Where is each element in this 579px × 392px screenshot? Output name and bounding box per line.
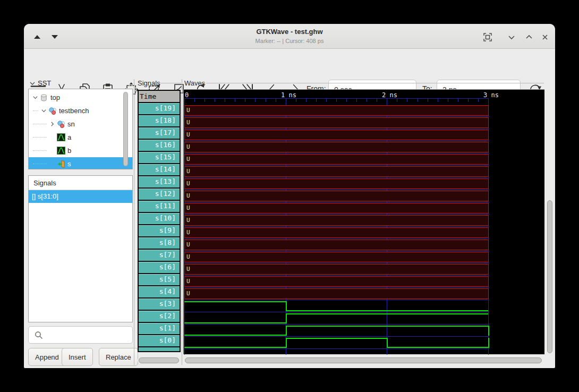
signal-name-s[12][interactable]: s[12] — [139, 189, 180, 201]
wave-row-s[8][interactable]: U — [184, 240, 489, 250]
waves-hscroll-track[interactable] — [183, 357, 544, 364]
wave-row-s[13][interactable]: U — [184, 178, 489, 189]
wave-level-s[1][interactable] — [286, 326, 488, 327]
wave-row-s[17][interactable]: U — [184, 130, 489, 140]
wave-edge-s[1] — [286, 326, 287, 336]
tree-item-s[interactable]: s — [29, 157, 132, 169]
sst-tree-scrollbar[interactable] — [123, 92, 128, 166]
wave-level-s[1][interactable] — [184, 335, 286, 336]
timeline-label-2ns: 2 ns — [382, 91, 397, 99]
timeline-tick — [296, 98, 296, 102]
waves-vscroll-thumb[interactable] — [547, 200, 552, 353]
wave-row-s[11][interactable]: U — [184, 203, 489, 214]
signal-name-s[9][interactable]: s[9] — [139, 225, 180, 237]
timeline-tick — [336, 98, 337, 102]
wave-row-s[16][interactable]: U — [184, 142, 489, 152]
wave-row-s[14][interactable]: U — [184, 166, 489, 177]
signal-name-s[17][interactable]: s[17] — [139, 127, 180, 140]
signal-name-s[4][interactable]: s[4] — [139, 286, 180, 299]
wave-row-s[18][interactable]: U — [184, 117, 489, 128]
signal-name-s[3][interactable]: s[3] — [139, 299, 180, 311]
timeline-label-3ns: 3 ns — [483, 91, 499, 99]
signal-name-s[2][interactable]: s[2] — [139, 311, 180, 323]
tree-item-a[interactable]: a — [29, 131, 132, 144]
wave-edge-s[0] — [488, 338, 489, 348]
tree-item-b[interactable]: b — [29, 144, 132, 157]
signal-name-s[15][interactable]: s[15] — [139, 152, 180, 164]
wave-level-s[3][interactable] — [286, 310, 488, 311]
timeline-tick — [356, 98, 357, 102]
expander-open-icon[interactable] — [40, 107, 48, 115]
names-frame-line — [160, 83, 181, 83]
signal-name-s[14][interactable]: s[14] — [139, 164, 180, 176]
wave-row-s[10][interactable]: U — [184, 215, 489, 226]
wave-level-s[2][interactable] — [184, 322, 286, 323]
timeline-tick — [488, 98, 489, 102]
timeline-tick — [418, 98, 418, 102]
row-separator — [184, 226, 489, 227]
wave-level-s[2][interactable] — [286, 313, 488, 314]
signal-name-s[8][interactable]: s[8] — [139, 237, 180, 250]
names-hscroll-thumb[interactable] — [139, 357, 179, 363]
signal-name-s[7][interactable]: s[7] — [139, 250, 180, 262]
wave-row-s[9][interactable]: U — [184, 227, 489, 238]
pane-divider-left[interactable] — [134, 79, 134, 365]
tree-item-sn[interactable]: sn — [29, 117, 132, 131]
pane-divider-right[interactable] — [182, 79, 182, 365]
row-separator — [184, 312, 489, 312]
timeline-tick — [428, 98, 428, 102]
sst-signals-header: Signals — [29, 176, 132, 190]
signal-list-item[interactable]: [] s[31:0] — [29, 190, 132, 203]
signal-name-s[1][interactable]: s[1] — [139, 323, 180, 335]
close-button[interactable] — [538, 31, 552, 44]
sst-tree: toptestbenchsnabs — [28, 89, 133, 169]
row-separator — [184, 165, 489, 166]
chevron-up-icon — [523, 31, 535, 44]
replace-button[interactable]: Replace — [99, 348, 138, 366]
tree-item-label: s — [67, 160, 71, 168]
signal-name-s[10][interactable]: s[10] — [139, 213, 180, 225]
wave-edge-s[0] — [286, 338, 287, 348]
expander-closed-icon[interactable] — [48, 120, 56, 128]
wave-row-s[19][interactable]: U — [184, 105, 489, 116]
append-button[interactable]: Append — [28, 348, 66, 366]
expander-spacer — [48, 147, 56, 155]
wave-level-s[3][interactable] — [184, 301, 286, 302]
wave-edge-s[2] — [286, 313, 287, 323]
waves-hscroll-thumb[interactable] — [185, 357, 542, 363]
sst-header[interactable]: SST — [29, 79, 51, 87]
wave-row-s[4][interactable]: U — [184, 288, 489, 299]
wave-row-s[12][interactable]: U — [184, 191, 489, 201]
signal-search-input[interactable] — [28, 326, 133, 344]
expander-spacer — [48, 133, 56, 141]
insert-button[interactable]: Insert — [62, 348, 93, 366]
fit-window-button[interactable] — [481, 31, 495, 44]
signal-name-s[13][interactable]: s[13] — [139, 176, 180, 189]
wave-row-s[15][interactable]: U — [184, 154, 489, 165]
tree-item-testbench[interactable]: testbench — [29, 104, 132, 117]
signal-name-s[5][interactable]: s[5] — [139, 274, 180, 286]
wave-row-s[6][interactable]: U — [184, 264, 489, 275]
signal-name-s[19][interactable]: s[19] — [139, 103, 180, 115]
time-header: Time — [139, 91, 180, 103]
signal-name-s[16][interactable]: s[16] — [139, 140, 180, 152]
maximize-button[interactable] — [522, 31, 536, 44]
spheres-icon — [48, 107, 57, 115]
wave-row-s[7][interactable]: U — [184, 252, 489, 262]
wave-row-s[5][interactable]: U — [184, 276, 489, 287]
row-separator — [184, 202, 489, 202]
signal-name-s[0][interactable]: s[0] — [139, 335, 180, 347]
tree-item-label: testbench — [59, 107, 89, 115]
signal-name-s[18][interactable]: s[18] — [139, 115, 180, 127]
wave-level-s[0][interactable] — [286, 338, 387, 339]
tree-item-top[interactable]: top — [29, 91, 132, 104]
minimize-button[interactable] — [505, 31, 518, 44]
signal-name-s[6][interactable]: s[6] — [139, 262, 180, 274]
signal-name-s[11][interactable]: s[11] — [139, 201, 180, 213]
wave-level-s[0][interactable] — [184, 347, 286, 348]
names-hscroll-track[interactable] — [138, 357, 181, 364]
tree-item-label: top — [50, 93, 60, 101]
expander-open-icon[interactable] — [31, 93, 39, 101]
wave-level-s[0][interactable] — [387, 347, 488, 348]
wave-canvas[interactable]: 01 ns2 ns3 nsUUUUUUUUUUUUUUUU — [183, 89, 544, 354]
